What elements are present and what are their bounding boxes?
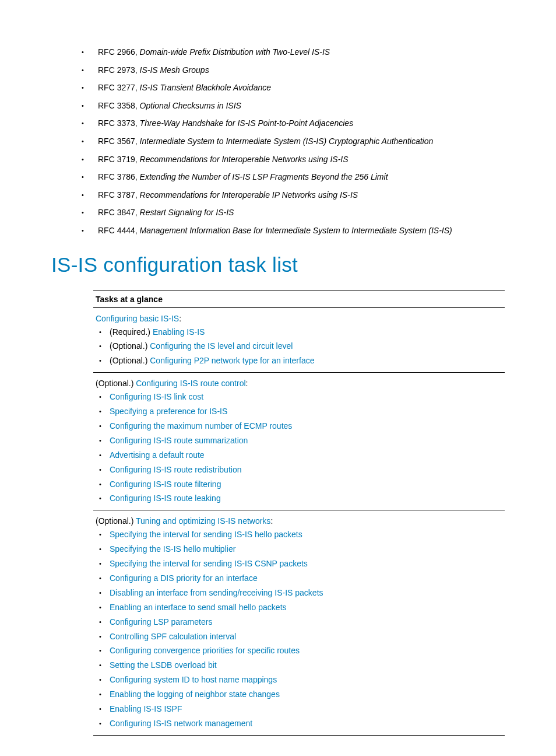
task-subitem-prefix: (Required.) [110,327,153,337]
rfc-code: RFC 2973, [98,65,140,75]
task-subitem-link[interactable]: Specifying a preference for IS-IS [110,407,227,416]
rfc-code: RFC 2966, [98,47,140,57]
task-subitem: Configuring IS-IS route redistribution [110,464,502,475]
task-subitem-link[interactable]: Configuring P2P network type for an inte… [150,356,314,365]
task-subitem-link[interactable]: Configuring LSP parameters [110,617,212,626]
task-subitem-link[interactable]: Enabling the logging of neighbor state c… [110,690,280,699]
task-subitem-link[interactable]: Configuring IS-IS route redistribution [110,465,241,474]
task-subitem: Specifying the IS-IS hello multiplier [110,544,502,555]
task-subitem-link[interactable]: Advertising a default route [110,450,205,460]
task-subitem: Configuring a DIS priority for an interf… [110,573,502,584]
task-subitem: Specifying the interval for sending IS-I… [110,529,502,540]
rfc-title: IS-IS Mesh Groups [140,65,209,75]
task-subitem: Setting the LSDB overload bit [110,660,502,671]
task-subitem-link[interactable]: Configuring system ID to host name mappi… [110,675,277,684]
task-subitem: Configuring IS-IS link cost [110,391,502,402]
task-subitem: Specifying the interval for sending IS-I… [110,558,502,569]
task-subitem: Disabling an interface from sending/rece… [110,587,502,598]
rfc-code: RFC 3567, [98,136,140,146]
rfc-code: RFC 3277, [98,83,140,92]
task-subitem-link[interactable]: Configuring IS-IS link cost [110,392,203,401]
task-subitem: (Optional.) Configuring P2P network type… [110,355,502,366]
task-subitem: Configuring IS-IS route leaking [110,493,502,504]
rfc-title: Three-Way Handshake for IS-IS Point-to-P… [140,118,354,128]
rfc-title: Recommendations for Interoperable IP Net… [140,190,358,200]
task-intro-link[interactable]: Configuring basic IS-IS [96,314,179,323]
task-subitem-link[interactable]: Configuring IS-IS route filtering [110,480,221,489]
task-subitem: Configuring IS-IS route summarization [110,435,502,446]
rfc-item: RFC 3567, Intermediate System to Interme… [98,136,505,148]
rfc-item: RFC 3719, Recommendations for Interopera… [98,154,505,166]
task-sublist: (Required.) Enabling IS-IS(Optional.) Co… [96,327,502,367]
task-subitem-link[interactable]: Enabling IS-IS [153,327,205,337]
rfc-title: Domain-wide Prefix Distribution with Two… [140,47,330,57]
task-subitem-prefix: (Optional.) [110,356,150,365]
task-sublist: Specifying the interval for sending IS-I… [96,529,502,729]
task-subitem: Configuring IS-IS network management [110,718,502,729]
task-subitem-link[interactable]: Disabling an interface from sending/rece… [110,588,323,597]
rfc-code: RFC 3373, [98,118,140,128]
rfc-title: IS-IS Transient Blackhole Avoidance [140,83,271,92]
task-subitem: (Optional.) Configuring the IS level and… [110,341,502,352]
task-subitem-link[interactable]: Specifying the interval for sending IS-I… [110,530,302,539]
task-subitem: Controlling SPF calculation interval [110,631,502,642]
task-intro: (Optional.) Configuring IS-IS route cont… [96,379,502,388]
rfc-item: RFC 4444, Management Information Base fo… [98,225,505,237]
task-intro-suffix: : [179,314,181,323]
task-intro-suffix: : [270,516,273,526]
task-subitem-link[interactable]: Enabling an interface to send small hell… [110,603,287,612]
task-subitem-link[interactable]: Configuring IS-IS route summarization [110,436,248,445]
rfc-list: RFC 2966, Domain-wide Prefix Distributio… [51,47,505,237]
rfc-code: RFC 3358, [98,101,140,110]
rfc-code: RFC 3786, [98,172,140,181]
task-intro-link[interactable]: Configuring IS-IS route control [136,379,245,388]
rfc-code: RFC 3719, [98,155,140,164]
task-subitem-link[interactable]: Enabling IS-IS ISPF [110,704,182,713]
task-cell: (Optional.) Tuning and optimizing IS-IS … [93,510,505,735]
rfc-item: RFC 3847, Restart Signaling for IS-IS [98,207,505,219]
task-subitem-link[interactable]: Specifying the interval for sending IS-I… [110,559,308,568]
task-subitem-link[interactable]: Configuring IS-IS network management [110,719,252,728]
task-subitem: Specifying a preference for IS-IS [110,406,502,417]
rfc-title: Extending the Number of IS-IS LSP Fragme… [140,172,388,181]
task-subitem: Configuring IS-IS route filtering [110,479,502,490]
task-subitem: Configuring the maximum number of ECMP r… [110,421,502,432]
task-subitem: Enabling the logging of neighbor state c… [110,689,502,700]
task-intro-prefix: (Optional.) [96,379,136,388]
rfc-item: RFC 3786, Extending the Number of IS-IS … [98,172,505,183]
rfc-title: Restart Signaling for IS-IS [140,208,234,217]
task-subitem: (Required.) Enabling IS-IS [110,327,502,338]
rfc-code: RFC 3847, [98,208,140,217]
rfc-item: RFC 2973, IS-IS Mesh Groups [98,65,505,76]
rfc-code: RFC 4444, [98,226,140,235]
task-subitem-link[interactable]: Specifying the IS-IS hello multiplier [110,544,235,554]
task-subitem: Configuring convergence priorities for s… [110,645,502,656]
task-intro-prefix: (Optional.) [96,516,136,526]
task-intro: Configuring basic IS-IS: [96,314,502,323]
rfc-title: Management Information Base for Intermed… [140,226,452,235]
task-cell: (Optional.) Configuring IS-IS route cont… [93,373,505,510]
task-intro-link[interactable]: Tuning and optimizing IS-IS networks [136,516,270,526]
rfc-title: Recommendations for Interoperable Networ… [140,155,349,164]
task-subitem: Enabling an interface to send small hell… [110,602,502,613]
task-subitem-link[interactable]: Configuring the IS level and circuit lev… [150,341,293,351]
table-header: Tasks at a glance [93,290,505,307]
task-intro: (Optional.) Tuning and optimizing IS-IS … [96,516,502,526]
rfc-item: RFC 3373, Three-Way Handshake for IS-IS … [98,118,505,130]
task-subitem-link[interactable]: Setting the LSDB overload bit [110,660,217,670]
rfc-item: RFC 3277, IS-IS Transient Blackhole Avoi… [98,82,505,94]
section-heading: IS-IS configuration task list [51,253,505,276]
task-subitem-link[interactable]: Controlling SPF calculation interval [110,632,236,641]
task-subitem: Configuring LSP parameters [110,617,502,628]
task-subitem-link[interactable]: Configuring the maximum number of ECMP r… [110,421,292,430]
task-subitem-link[interactable]: Configuring IS-IS route leaking [110,494,221,503]
rfc-item: RFC 3787, Recommendations for Interopera… [98,190,505,201]
task-intro-suffix: : [246,379,248,388]
rfc-item: RFC 2966, Domain-wide Prefix Distributio… [98,47,505,58]
task-subitem-link[interactable]: Configuring a DIS priority for an interf… [110,573,258,583]
task-subitem-link[interactable]: Configuring convergence priorities for s… [110,646,300,655]
task-cell: Configuring basic IS-IS:(Required.) Enab… [93,307,505,373]
rfc-code: RFC 3787, [98,190,140,200]
task-subitem: Advertising a default route [110,450,502,461]
rfc-title: Optional Checksums in ISIS [140,101,241,110]
